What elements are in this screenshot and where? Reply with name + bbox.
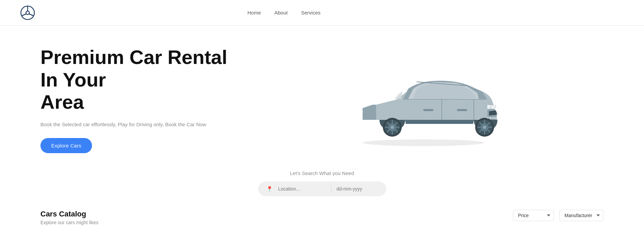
search-section: Let's Search What you Need 📍 — [0, 167, 644, 206]
price-filter[interactable]: Price Low to High High to Low — [513, 210, 554, 221]
svg-rect-37 — [423, 109, 433, 111]
header: Home About Services — [0, 0, 644, 26]
hero-title: Premium Car Rental In Your Area — [40, 46, 243, 113]
svg-point-1 — [26, 11, 29, 14]
catalog-left: Cars Catalog Explore our cars might like… — [40, 210, 98, 225]
hero-right: FRONX S — [243, 53, 604, 147]
svg-text:FRONX: FRONX — [487, 116, 498, 120]
catalog-title: Cars Catalog — [40, 210, 98, 218]
svg-point-5 — [363, 139, 484, 146]
location-input[interactable] — [278, 186, 326, 192]
explore-cars-button[interactable]: Explore Cars — [40, 138, 92, 153]
search-label: Let's Search What you Need — [290, 170, 354, 176]
nav-services[interactable]: Services — [301, 10, 320, 15]
catalog-section: Cars Catalog Explore our cars might like… — [0, 206, 644, 232]
logo-area — [20, 5, 35, 20]
svg-point-16 — [483, 126, 486, 129]
manufacturer-filter[interactable]: Manufacturer Suzuki Toyota Honda — [559, 210, 604, 221]
nav-home[interactable]: Home — [247, 10, 261, 15]
location-pin-icon: 📍 — [266, 186, 273, 192]
hero-section: Premium Car Rental In Your Area Book the… — [0, 26, 644, 167]
svg-text:S: S — [495, 105, 496, 107]
catalog-subtitle: Explore our cars might likes — [40, 220, 98, 225]
main-nav: Home About Services — [247, 10, 320, 15]
svg-rect-38 — [457, 109, 467, 111]
car-image: FRONX S — [342, 53, 504, 147]
svg-line-3 — [22, 14, 27, 16]
svg-line-4 — [29, 14, 34, 16]
steering-wheel-icon — [20, 5, 35, 20]
hero-left: Premium Car Rental In Your Area Book the… — [40, 46, 243, 153]
search-bar: 📍 — [258, 181, 386, 196]
catalog-filters: Price Low to High High to Low Manufactur… — [513, 210, 604, 221]
svg-point-28 — [391, 126, 394, 129]
nav-about[interactable]: About — [274, 10, 287, 15]
search-divider — [331, 185, 331, 192]
date-input[interactable] — [337, 186, 377, 192]
hero-subtitle: Book the Selected car effortlessly, Play… — [40, 122, 243, 127]
